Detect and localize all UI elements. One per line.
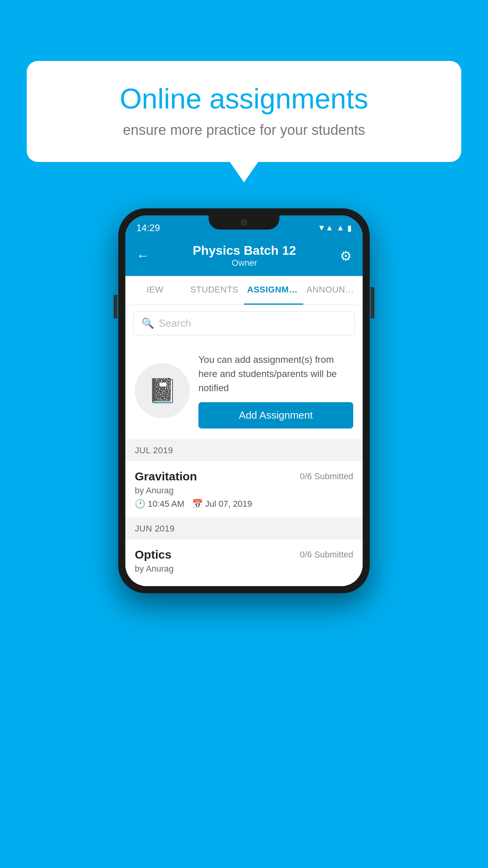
assignment-item-optics[interactable]: Optics 0/6 Submitted by Anurag [125,539,363,586]
assignment-top-optics: Optics 0/6 Submitted [135,548,353,561]
app-header: ← Physics Batch 12 Owner ⚙ [125,237,363,276]
add-assignment-button[interactable]: Add Assignment [198,402,353,428]
assignment-top: Gravitation 0/6 Submitted [135,470,353,483]
promo-content: You can add assignment(s) from here and … [198,353,353,428]
wifi-icon: ▼▲ [318,223,334,232]
section-header-jun: JUN 2019 [125,518,363,539]
meta-time: 🕐 10:45 AM [135,499,184,509]
search-icon: 🔍 [141,317,154,329]
meta-date: 📅 Jul 07, 2019 [192,499,252,509]
back-button[interactable]: ← [136,248,149,263]
notebook-icon: 📓 [148,377,177,405]
calendar-icon: 📅 [192,499,203,509]
phone-wrapper: 14:29 ▼▲ ▲ ▮ ← Physics Batch 12 Owner ⚙ [118,208,370,593]
tabs-container: IEW STUDENTS ASSIGNMENTS ANNOUNCEM [125,276,363,305]
camera [241,219,247,226]
tab-assignments[interactable]: ASSIGNMENTS [244,276,303,305]
header-title: Physics Batch 12 [149,243,340,258]
speech-bubble-container: Online assignments ensure more practice … [27,61,461,162]
bubble-title: Online assignments [50,83,438,115]
header-subtitle: Owner [149,258,340,268]
tab-students[interactable]: STUDENTS [185,276,244,305]
tab-announcements[interactable]: ANNOUNCEM [303,276,363,305]
status-time: 14:29 [136,223,160,234]
assignment-date: Jul 07, 2019 [205,499,252,509]
promo-text: You can add assignment(s) from here and … [198,353,353,395]
status-icons: ▼▲ ▲ ▮ [318,223,352,233]
assignment-author: by Anurag [135,485,353,496]
search-bar[interactable]: 🔍 Search [133,311,355,335]
speech-bubble: Online assignments ensure more practice … [27,61,461,162]
tab-iew[interactable]: IEW [125,276,185,305]
search-container: 🔍 Search [125,305,363,342]
clock-icon: 🕐 [135,499,145,509]
settings-icon[interactable]: ⚙ [340,248,352,264]
assignment-time: 10:45 AM [148,499,184,509]
assignment-submitted-optics: 0/6 Submitted [300,550,353,560]
bubble-subtitle: ensure more practice for your students [50,122,438,138]
assignment-name-optics: Optics [135,548,171,561]
assignment-item-gravitation[interactable]: Gravitation 0/6 Submitted by Anurag 🕐 10… [125,461,363,518]
phone-notch [209,215,279,230]
promo-section: 📓 You can add assignment(s) from here an… [125,342,363,440]
battery-icon: ▮ [347,223,352,233]
search-placeholder: Search [159,317,191,329]
assignment-author-optics: by Anurag [135,564,353,574]
phone-screen: 14:29 ▼▲ ▲ ▮ ← Physics Batch 12 Owner ⚙ [125,215,363,586]
phone-outer: 14:29 ▼▲ ▲ ▮ ← Physics Batch 12 Owner ⚙ [118,208,370,593]
signal-icon: ▲ [336,223,344,232]
assignment-meta: 🕐 10:45 AM 📅 Jul 07, 2019 [135,499,353,509]
assignment-name: Gravitation [135,470,197,483]
section-header-jul: JUL 2019 [125,440,363,461]
promo-icon-circle: 📓 [135,363,190,418]
assignment-submitted: 0/6 Submitted [300,471,353,482]
header-center: Physics Batch 12 Owner [149,243,340,268]
